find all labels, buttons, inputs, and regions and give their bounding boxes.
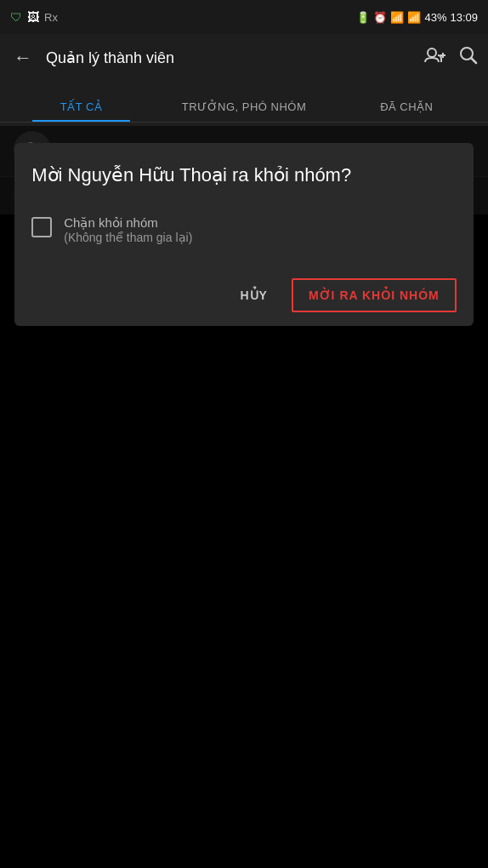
tab-all[interactable]: TẤT CẢ [0, 100, 162, 122]
nav-bar: ← Quản lý thành viên [0, 34, 488, 82]
block-label: Chặn khỏi nhóm (Không thể tham gia lại) [64, 215, 192, 244]
shield-icon: 🛡 [10, 10, 22, 24]
image-icon: 🖼 [27, 10, 39, 24]
tab-leaders[interactable]: TRƯỞNG, PHÓ NHÓM [162, 100, 325, 122]
signal-icon: 📶 [407, 11, 421, 24]
block-label-main: Chặn khỏi nhóm [64, 215, 192, 231]
clock-icon: ⏰ [373, 11, 387, 24]
dialog-title: Mời Nguyễn Hữu Thoại ra khỏi nhóm? [31, 163, 457, 188]
tab-bar: TẤT CẢ TRƯỞNG, PHÓ NHÓM ĐÃ CHẶN [0, 82, 488, 123]
wifi-icon: 📶 [390, 11, 404, 24]
add-member-icon[interactable] [423, 47, 445, 70]
page-title: Quản lý thành viên [46, 49, 413, 67]
svg-line-4 [471, 58, 476, 63]
dialog-overlay: Mời Nguyễn Hữu Thoại ra khỏi nhóm? Chặn … [0, 126, 488, 868]
time-display: 13:09 [450, 11, 478, 24]
status-bar: 🛡 🖼 Rx 🔋 ⏰ 📶 📶 43% 13:09 [0, 0, 488, 34]
tab-blocked[interactable]: ĐÃ CHẶN [326, 100, 488, 122]
nav-action-icons [423, 46, 478, 70]
block-checkbox-row: Chặn khỏi nhóm (Không thể tham gia lại) [31, 215, 457, 244]
svg-point-0 [428, 49, 436, 57]
search-icon[interactable] [459, 46, 478, 70]
battery-low-icon: 🔋 [356, 11, 370, 24]
dx-icon: Rx [44, 11, 58, 24]
back-button[interactable]: ← [10, 43, 36, 72]
cancel-button[interactable]: HỦY [237, 282, 271, 309]
confirm-remove-button[interactable]: MỜI RA KHỎI NHÓM [292, 278, 457, 312]
status-left-icons: 🛡 🖼 Rx [10, 10, 58, 24]
block-checkbox[interactable] [31, 217, 52, 237]
block-label-sub: (Không thể tham gia lại) [64, 231, 192, 244]
remove-member-dialog: Mời Nguyễn Hữu Thoại ra khỏi nhóm? Chặn … [14, 143, 474, 326]
battery-percent: 43% [424, 11, 446, 24]
status-right-icons: 🔋 ⏰ 📶 📶 43% 13:09 [356, 11, 478, 24]
dialog-actions: HỦY MỜI RA KHỎI NHÓM [31, 271, 457, 326]
